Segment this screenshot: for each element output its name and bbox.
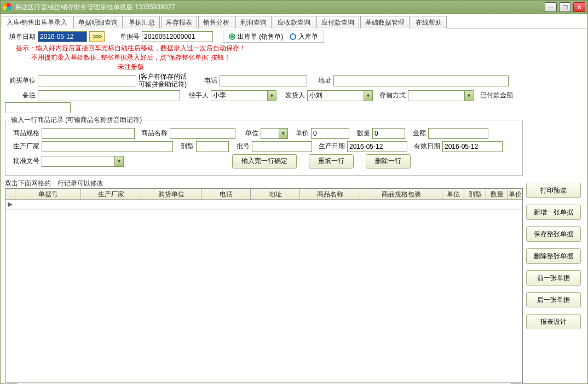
row-indicator-icon: ▶	[5, 200, 15, 209]
remark-label: 备注	[5, 91, 36, 100]
storage-input[interactable]	[408, 90, 474, 101]
fill-date-input[interactable]	[38, 31, 87, 42]
grid-hint: 双击下面网格的一行记录可以修改	[5, 179, 523, 188]
item-legend: 输入一行商品记录 (可输商品名称拼音助记符)	[9, 115, 144, 125]
qty-input[interactable]	[372, 128, 405, 139]
window-title: 易达医疗器械进销存财务管理系统单机版 13335939327	[15, 3, 545, 12]
phone-label: 电话	[201, 76, 217, 85]
fill-date-label: 填单日期	[5, 32, 36, 42]
delete-bill-button[interactable]: 删除整张单据	[526, 248, 581, 264]
tab-summary[interactable]: 单据汇总	[124, 16, 160, 28]
hint-text: 提示：输入好内容后直接回车光标自动往后移动，数据录入过一次后自动保存！ 不用提前…	[16, 44, 246, 71]
tab-stock-report[interactable]: 库存报表	[161, 16, 197, 28]
bill-no-input[interactable]	[142, 31, 213, 42]
qty-label: 数量	[351, 129, 370, 138]
close-button[interactable]: ✕	[573, 2, 585, 12]
save-bill-button[interactable]: 保存整张单据	[526, 226, 581, 242]
radio-inbound[interactable]: 入库单	[290, 32, 318, 42]
chevron-down-icon[interactable]: ▼	[114, 156, 123, 166]
appno-label: 批准文号	[9, 156, 39, 166]
side-panel: 打印预览 新增一张单据 保存整张单据 删除整张单据 前一张单据 后一张单据 报表…	[523, 31, 583, 384]
delete-line-button[interactable]: 删除一行	[366, 154, 411, 168]
prev-bill-button[interactable]: 前一张单据	[526, 270, 581, 286]
shipper-label: 发货人	[279, 91, 305, 100]
batch-label: 批号	[231, 142, 250, 151]
spec-label: 商品规格	[9, 129, 39, 138]
tab-sales-analysis[interactable]: 销售分析	[198, 16, 234, 28]
form-input[interactable]	[196, 141, 229, 152]
chevron-down-icon[interactable]: ▼	[364, 91, 372, 101]
report-design-button[interactable]: 报表设计	[526, 314, 581, 329]
mfr-label: 生产厂家	[9, 142, 39, 151]
tab-basedata[interactable]: 基础数据管理	[360, 16, 410, 28]
new-bill-button[interactable]: 新增一张单据	[526, 205, 581, 220]
spec-input[interactable]	[42, 128, 135, 139]
handler-label: 经手人	[182, 91, 209, 100]
tab-profit-query[interactable]: 利润查询	[235, 16, 272, 28]
title-bar: 易达医疗器械进销存财务管理系统单机版 13335939327 — ❐ ✕	[0, 0, 588, 14]
tab-entry[interactable]: 入库/销售出库单录入	[2, 16, 72, 28]
handler-input[interactable]	[211, 90, 276, 101]
proddate-label: 生产日期	[314, 142, 345, 151]
chevron-down-icon[interactable]: ▼	[267, 91, 276, 101]
buyer-input[interactable]	[38, 75, 136, 86]
addr-input[interactable]	[333, 75, 509, 86]
main-tabs: 入库/销售出库单录入 单据明细查询 单据汇总 库存报表 销售分析 利润查询 应收…	[2, 15, 586, 28]
data-grid[interactable]: 单据号 生产厂家 购货单位 电话 地址 商品名称 商品规格包装 单位 剂型 数量…	[5, 188, 523, 384]
chevron-down-icon[interactable]: ▼	[464, 91, 473, 101]
radio-outbound[interactable]: 出库单 (销售单)	[229, 32, 283, 42]
buyer-hint: (客户有保存的话 可输拼音助记符)	[139, 73, 199, 88]
storage-label: 存储方式	[375, 91, 406, 100]
date-next-button[interactable]: >>>	[89, 31, 105, 42]
bill-type-group: 出库单 (销售单) 入库单	[223, 31, 324, 43]
phone-input[interactable]	[220, 75, 307, 86]
mfr-input[interactable]	[42, 141, 173, 152]
paid-label: 已付款金额	[476, 91, 513, 100]
addr-label: 地址	[309, 76, 331, 85]
appno-input[interactable]	[42, 156, 124, 167]
name-input[interactable]	[170, 128, 235, 139]
radio-dot-icon	[229, 33, 235, 40]
batch-input[interactable]	[252, 141, 312, 152]
maximize-button[interactable]: ❐	[559, 2, 571, 12]
item-entry-group: 输入一行商品记录 (可输商品名称拼音助记符) 商品规格 商品名称 单位 ▼ 单价…	[5, 115, 523, 176]
buyer-label: 购买单位	[5, 76, 36, 85]
proddate-input[interactable]	[347, 141, 407, 152]
expdate-label: 有效日期	[410, 142, 440, 151]
price-label: 单价	[290, 129, 309, 138]
confirm-line-button[interactable]: 输入完一行确定	[232, 154, 297, 168]
expdate-input[interactable]	[442, 141, 503, 152]
chevron-down-icon[interactable]: ▼	[279, 129, 287, 138]
radio-dot-icon	[290, 33, 296, 40]
table-row[interactable]: ▶	[5, 200, 522, 210]
amount-input[interactable]	[428, 128, 488, 139]
bill-no-label: 单据号	[112, 32, 140, 42]
minimize-button[interactable]: —	[545, 2, 557, 12]
grid-header: 单据号 生产厂家 购货单位 电话 地址 商品名称 商品规格包装 单位 剂型 数量…	[5, 189, 522, 200]
amount-label: 金额	[407, 129, 426, 138]
refill-line-button[interactable]: 重填一行	[309, 154, 354, 168]
form-label: 剂型	[175, 142, 194, 151]
unit-label: 单位	[238, 129, 258, 138]
shipper-input[interactable]	[307, 90, 373, 101]
price-input[interactable]	[311, 128, 349, 139]
tab-payable[interactable]: 应付款查询	[316, 16, 359, 28]
tab-detail-query[interactable]: 单据明细查询	[73, 16, 123, 28]
remark-input[interactable]	[38, 90, 180, 101]
tab-receivable[interactable]: 应收款查询	[273, 16, 315, 28]
paid-input[interactable]	[5, 102, 71, 113]
next-bill-button[interactable]: 后一张单据	[526, 292, 581, 307]
tab-help[interactable]: 在线帮助	[411, 16, 447, 28]
print-preview-button[interactable]: 打印预览	[526, 183, 581, 198]
app-logo-icon	[3, 3, 11, 11]
name-label: 商品名称	[137, 129, 168, 138]
